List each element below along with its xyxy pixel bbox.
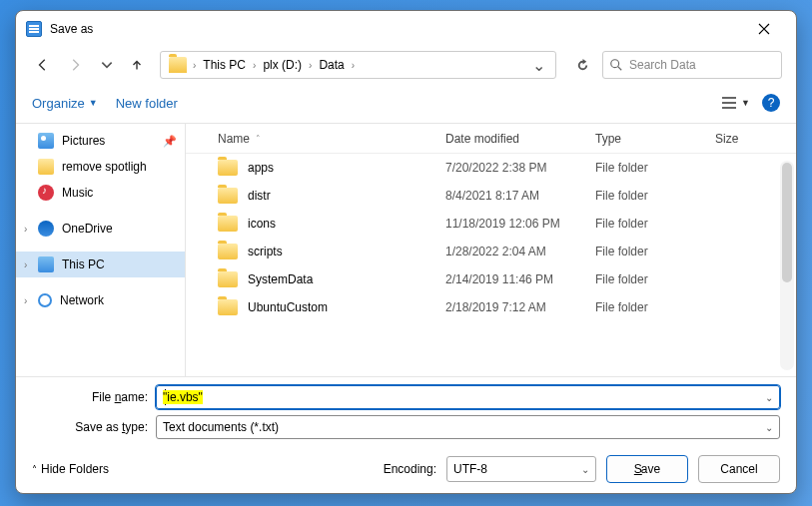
chevron-right-icon: ›	[24, 259, 27, 270]
view-options-button[interactable]: ▼	[720, 96, 750, 110]
saveastype-label: Save as type:	[32, 420, 156, 434]
pin-icon: 📌	[163, 135, 177, 148]
file-name: apps	[248, 161, 274, 175]
chevron-up-icon: ˄	[32, 464, 37, 475]
search-box[interactable]: Search Data	[602, 51, 782, 79]
file-date: 2/18/2019 7:12 AM	[445, 300, 595, 314]
cancel-button[interactable]: Cancel	[698, 455, 780, 483]
refresh-button[interactable]	[568, 51, 596, 79]
file-date: 2/14/2019 11:46 PM	[445, 272, 595, 286]
navigation-bar: › This PC › plx (D:) › Data › ⌄ Search D…	[16, 47, 796, 83]
column-type[interactable]: Type	[595, 132, 715, 146]
file-type: File folder	[595, 300, 715, 314]
table-row[interactable]: UbuntuCustom2/18/2019 7:12 AMFile folder	[186, 293, 796, 321]
footer: ˄Hide Folders Encoding: UTF-8 ⌄ Save Can…	[16, 449, 796, 493]
back-button[interactable]	[30, 52, 56, 78]
encoding-label: Encoding:	[384, 462, 436, 476]
folder-icon	[218, 299, 238, 315]
crumb-drive[interactable]: plx (D:)	[258, 58, 307, 72]
file-name: distr	[248, 189, 271, 203]
pictures-icon	[38, 133, 54, 149]
folder-icon	[218, 188, 238, 204]
chevron-down-icon: ▼	[741, 98, 750, 108]
folder-icon	[218, 160, 238, 176]
file-date: 1/28/2022 2:04 AM	[445, 245, 595, 258]
file-type: File folder	[595, 189, 715, 203]
column-date[interactable]: Date modified	[445, 132, 595, 146]
list-icon	[720, 96, 738, 110]
save-as-dialog: Save as › This PC › plx (D:) › Data › ⌄ …	[15, 10, 797, 494]
chevron-right-icon: ›	[350, 60, 357, 71]
filename-input[interactable]: "ie.vbs" ⌄	[156, 385, 780, 409]
table-row[interactable]: distr8/4/2021 8:17 AMFile folder	[186, 182, 796, 210]
up-button[interactable]	[126, 52, 148, 78]
table-row[interactable]: apps7/20/2022 2:38 PMFile folder	[186, 154, 796, 182]
sidebar-item-music[interactable]: Music	[16, 180, 185, 206]
navigation-pane: Pictures📌 remove spotligh Music ›OneDriv…	[16, 124, 186, 376]
address-bar[interactable]: › This PC › plx (D:) › Data › ⌄	[160, 51, 556, 79]
forward-button[interactable]	[62, 52, 88, 78]
help-button[interactable]: ?	[762, 94, 780, 112]
crumb-folder[interactable]: Data	[314, 58, 349, 72]
scrollbar-thumb[interactable]	[782, 163, 792, 282]
titlebar: Save as	[16, 11, 796, 47]
crumb-this-pc[interactable]: This PC	[198, 58, 251, 72]
window-title: Save as	[50, 22, 742, 36]
table-row[interactable]: icons11/18/2019 12:06 PMFile folder	[186, 210, 796, 238]
file-date: 8/4/2021 8:17 AM	[445, 189, 595, 203]
file-list: Name˄ Date modified Type Size apps7/20/2…	[186, 124, 796, 376]
filename-panel: File name: "ie.vbs" ⌄ Save as type: Text…	[16, 376, 796, 449]
file-date: 7/20/2022 2:38 PM	[445, 161, 595, 175]
file-name: scripts	[248, 245, 283, 258]
file-rows: apps7/20/2022 2:38 PMFile folderdistr8/4…	[186, 154, 796, 376]
encoding-select[interactable]: UTF-8 ⌄	[446, 456, 596, 482]
chevron-right-icon: ›	[191, 60, 198, 71]
hide-folders-button[interactable]: ˄Hide Folders	[32, 462, 109, 476]
save-button[interactable]: Save	[606, 455, 688, 483]
chevron-right-icon: ›	[24, 295, 27, 306]
svg-point-0	[611, 60, 619, 68]
chevron-right-icon: ›	[251, 60, 258, 71]
vertical-scrollbar[interactable]	[780, 161, 794, 370]
sidebar-item-onedrive[interactable]: ›OneDrive	[16, 216, 185, 242]
file-type: File folder	[595, 245, 715, 258]
search-icon	[609, 58, 623, 72]
chevron-down-icon[interactable]: ⌄	[765, 392, 773, 403]
onedrive-icon	[38, 221, 54, 237]
sidebar-item-pictures[interactable]: Pictures📌	[16, 128, 185, 154]
file-type: File folder	[595, 161, 715, 175]
table-row[interactable]: scripts1/28/2022 2:04 AMFile folder	[186, 238, 796, 265]
folder-icon	[169, 57, 187, 73]
chevron-down-icon: ▼	[89, 98, 98, 108]
chevron-down-icon[interactable]: ⌄	[581, 464, 589, 475]
sidebar-item-network[interactable]: ›Network	[16, 287, 185, 313]
notepad-icon	[26, 21, 42, 37]
chevron-right-icon: ›	[307, 60, 314, 71]
table-row[interactable]: SystemData2/14/2019 11:46 PMFile folder	[186, 265, 796, 293]
file-date: 11/18/2019 12:06 PM	[445, 217, 595, 231]
column-name[interactable]: Name˄	[186, 132, 445, 146]
saveastype-select[interactable]: Text documents (*.txt) ⌄	[156, 415, 780, 439]
address-dropdown[interactable]: ⌄	[526, 56, 551, 75]
toolbar: Organize ▼ New folder ▼ ?	[16, 83, 796, 123]
new-folder-button[interactable]: New folder	[116, 96, 178, 111]
column-size[interactable]: Size	[715, 132, 796, 146]
sidebar-item-remove-spotlight[interactable]: remove spotligh	[16, 154, 185, 180]
organize-button[interactable]: Organize ▼	[32, 96, 98, 111]
music-icon	[38, 185, 54, 201]
file-name: UbuntuCustom	[248, 300, 328, 314]
content-area: Pictures📌 remove spotligh Music ›OneDriv…	[16, 123, 796, 376]
column-headers: Name˄ Date modified Type Size	[186, 124, 796, 154]
folder-icon	[218, 216, 238, 232]
network-icon	[38, 293, 52, 307]
chevron-down-icon[interactable]: ⌄	[765, 422, 773, 433]
folder-icon	[218, 271, 238, 287]
chevron-right-icon: ›	[24, 224, 27, 235]
recent-locations-button[interactable]	[94, 52, 120, 78]
folder-icon	[218, 244, 238, 259]
sidebar-item-this-pc[interactable]: ›This PC	[16, 252, 185, 277]
close-button[interactable]	[742, 14, 786, 44]
filename-value: "ie.vbs"	[163, 390, 203, 404]
sort-indicator-icon: ˄	[256, 134, 261, 144]
filename-label: File name:	[32, 390, 156, 404]
